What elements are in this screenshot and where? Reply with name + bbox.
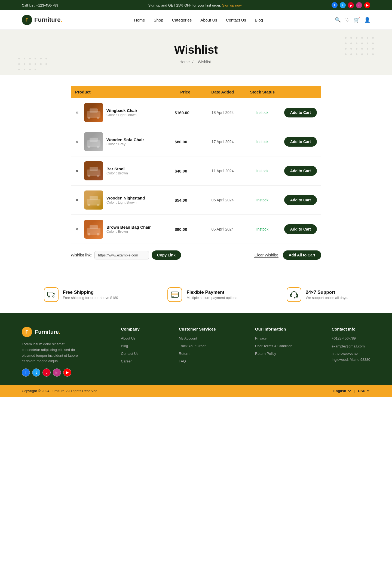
table-row: ✕ Brown Bean Bag Chair Color : Brown — [71, 215, 321, 244]
svg-point-1 — [350, 37, 352, 39]
feature-support-text: 24×7 Support We support online all days. — [306, 290, 348, 300]
wishlist-footer: Wishlist link: Copy Link Clear Wishlist … — [71, 250, 321, 260]
svg-point-4 — [367, 37, 368, 39]
footer-bottom: Copyright © 2024 Furniture. All Rights R… — [0, 385, 392, 397]
footer-col-contact: Contact Info +0123-456-789 example@gmail… — [332, 327, 370, 377]
language-selector[interactable]: English French Spanish — [332, 389, 352, 393]
logo-icon: F — [22, 15, 32, 25]
nav-home[interactable]: Home — [134, 18, 145, 22]
svg-rect-64 — [171, 293, 178, 295]
add-all-to-cart-button[interactable]: Add All to Cart — [283, 250, 321, 260]
product-price-3: $48.00 — [170, 156, 200, 186]
account-icon[interactable]: 👤 — [364, 17, 370, 23]
svg-rect-42 — [88, 117, 90, 119]
footer-link-about[interactable]: About Us — [121, 336, 135, 340]
wishlist-link-input[interactable] — [94, 251, 149, 259]
status-badge-5: Instock — [256, 227, 268, 231]
footer-youtube-icon[interactable]: ▶ — [63, 368, 71, 377]
product-info-2: Wooden Sofa Chair Color : Grey — [106, 137, 144, 146]
col-action — [280, 86, 321, 98]
svg-point-14 — [356, 48, 357, 50]
signup-link[interactable]: Sign up now — [222, 3, 242, 7]
footer-logo: F Furniture. — [22, 327, 82, 337]
nav-contact[interactable]: Contact Us — [226, 18, 246, 22]
footer-link-career[interactable]: Career — [121, 359, 132, 363]
table-row: ✕ Bar Stool Color : Brown — [71, 156, 321, 186]
add-to-cart-button-2[interactable]: Add to Cart — [284, 137, 317, 147]
footer-link-faq[interactable]: FAQ — [179, 359, 186, 363]
wishlist-icon[interactable]: ♡ — [345, 17, 350, 23]
add-to-cart-button-3[interactable]: Add to Cart — [284, 166, 317, 176]
youtube-icon[interactable]: ▶ — [364, 2, 370, 8]
remove-item-button-4[interactable]: ✕ — [75, 198, 79, 203]
facebook-icon[interactable]: f — [332, 2, 338, 8]
footer-email: example@gmail.com — [332, 344, 370, 349]
footer-link-myaccount[interactable]: My Account — [179, 336, 197, 340]
footer-col-company: Company About Us Blog Contact Us Career — [121, 327, 139, 377]
feature-support-desc: We support online all days. — [306, 296, 348, 300]
svg-point-26 — [29, 58, 31, 59]
product-name-3: Bar Stool — [106, 167, 128, 171]
feature-support-title: 24×7 Support — [306, 290, 348, 295]
dots-decoration-left — [16, 56, 49, 72]
nav-shop[interactable]: Shop — [154, 18, 163, 22]
footer-link-privacy[interactable]: Privacy — [255, 336, 267, 340]
footer-pinterest-icon[interactable]: p — [42, 368, 51, 377]
remove-item-button-3[interactable]: ✕ — [75, 168, 79, 174]
product-cell-2: ✕ Wooden Sofa Chair Color : Grey — [71, 127, 170, 156]
remove-item-button-2[interactable]: ✕ — [75, 139, 79, 144]
nav-categories[interactable]: Categories — [172, 18, 192, 22]
wishlist-body: ✕ Wingback Chair Color : Light Brown — [71, 98, 321, 244]
copy-link-button[interactable]: Copy Link — [152, 250, 181, 260]
footer-social: f t p in ▶ — [22, 368, 82, 377]
search-icon[interactable]: 🔍 — [335, 17, 341, 23]
svg-point-16 — [367, 48, 368, 50]
svg-point-13 — [350, 48, 352, 50]
footer-link-return-policy[interactable]: Return Policy — [255, 352, 276, 356]
instagram-icon[interactable]: in — [356, 2, 362, 8]
product-action-5: Add to Cart — [280, 215, 321, 244]
svg-point-2 — [356, 37, 357, 39]
footer-link-return[interactable]: Return — [179, 352, 189, 356]
footer-link-track-order[interactable]: Track Your Order — [179, 344, 206, 348]
footer-link-terms[interactable]: User Terms & Condition — [255, 344, 292, 348]
svg-rect-66 — [290, 294, 292, 296]
svg-point-27 — [35, 58, 36, 59]
feature-shipping-desc: Free shipping for order above $180 — [63, 296, 118, 300]
footer-instagram-icon[interactable]: in — [53, 368, 61, 377]
table-row: ✕ Wingback Chair Color : Light Brown — [71, 98, 321, 127]
add-to-cart-button-1[interactable]: Add to Cart — [284, 108, 317, 117]
top-bar-social: f t p in ▶ — [332, 2, 370, 8]
breadcrumb-home[interactable]: Home — [179, 60, 189, 64]
site-header: F Furniture. Home Shop Categories About … — [0, 10, 392, 30]
feature-payment-desc: Multiple secure payment options — [186, 296, 237, 300]
logo[interactable]: F Furniture. — [22, 15, 62, 25]
clear-wishlist-button[interactable]: Clear Wishlist — [254, 253, 278, 258]
product-image-5 — [84, 220, 103, 239]
currency-selector[interactable]: USD EUR GBP — [357, 389, 370, 393]
footer-twitter-icon[interactable]: t — [32, 368, 40, 377]
footer-col-customer-services: Customer Services My Account Track Your … — [179, 327, 216, 377]
footer-link-blog[interactable]: Blog — [121, 344, 128, 348]
footer-facebook-icon[interactable]: f — [22, 368, 30, 377]
svg-point-21 — [361, 53, 363, 55]
remove-item-button-1[interactable]: ✕ — [75, 110, 79, 115]
cart-icon[interactable]: 🛒 — [354, 17, 360, 23]
wishlist-link-label[interactable]: Wishlist link: — [71, 253, 92, 257]
add-to-cart-button-4[interactable]: Add to Cart — [284, 195, 317, 205]
col-product: Product — [71, 86, 170, 98]
col-price: Price — [170, 86, 200, 98]
wishlist-header: Product Price Date Added Stock Status — [71, 86, 321, 98]
feature-shipping-text: Free Shipping Free shipping for order ab… — [63, 290, 118, 300]
pinterest-icon[interactable]: p — [348, 2, 354, 8]
svg-point-22 — [367, 53, 368, 55]
svg-point-12 — [345, 48, 347, 50]
svg-point-9 — [361, 43, 363, 44]
twitter-icon[interactable]: t — [340, 2, 346, 8]
footer-link-contact[interactable]: Contact Us — [121, 352, 138, 356]
nav-blog[interactable]: Blog — [255, 18, 263, 22]
add-to-cart-button-5[interactable]: Add to Cart — [284, 224, 317, 234]
nav-about[interactable]: About Us — [200, 18, 217, 22]
svg-rect-59 — [97, 233, 99, 235]
remove-item-button-5[interactable]: ✕ — [75, 227, 79, 232]
